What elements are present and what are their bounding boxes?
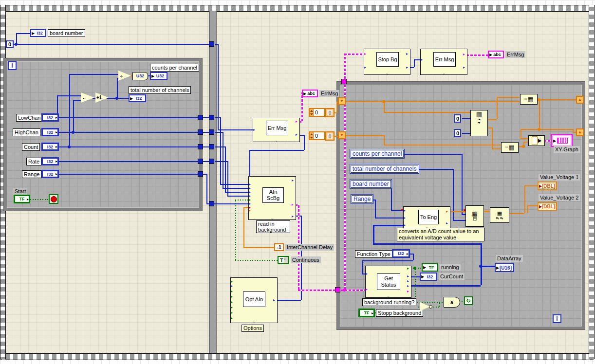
stopp-background-control[interactable]: TF▸: [358, 309, 375, 317]
lowchan-control[interactable]: I32▸: [41, 113, 59, 122]
err-msg-node-mid[interactable]: Err Msg ▸ ▸ ▸ ⌄: [253, 118, 300, 142]
wire: [58, 161, 210, 162]
wire: [218, 44, 219, 129]
rate-control[interactable]: I32▸: [41, 157, 59, 165]
bundle-node[interactable]: ▶: [528, 135, 545, 146]
wire: [69, 74, 70, 147]
output-arrow-icon: ▸: [292, 215, 296, 218]
local-counts-per-channel[interactable]: counts per channel: [350, 149, 405, 159]
loop-condition-terminal-2[interactable]: ↻: [464, 296, 473, 305]
lowchan-label: LowChan: [16, 114, 42, 122]
value-voltage-1-indicator[interactable]: ▶ [DBL]: [538, 182, 557, 190]
continuous-constant[interactable]: T ▸: [278, 256, 289, 264]
err-msg-node-top[interactable]: Err Msg ▸ ▸ ▸ ⌄: [420, 49, 467, 75]
wire-junction: [538, 128, 540, 131]
errmsg-mid-indicator[interactable]: ▶ abc: [302, 90, 318, 97]
wire: [410, 285, 481, 287]
to-u32-conversion[interactable]: U32: [132, 72, 148, 80]
tunnel: [209, 159, 214, 164]
sr-init-constant-2[interactable]: 0: [309, 131, 325, 140]
wire: [362, 260, 413, 261]
sr-init-box-2[interactable]: 0: [325, 131, 335, 141]
board-number-indicator[interactable]: ▶ I32: [30, 29, 46, 37]
opt-ain-node[interactable]: Opt AIn ▸ ▸ ▸ ▸ ▸ ▸ ▸ ▸ ▸ ⌄: [230, 277, 278, 323]
wire: [30, 199, 49, 200]
total-channels-indicator[interactable]: ▶ I32: [129, 94, 146, 102]
errmsg-top-indicator[interactable]: ▶ abc: [488, 51, 504, 58]
value-voltage-2-label: Value_Voltage 2: [539, 194, 580, 201]
wire-junction: [72, 131, 74, 134]
reshape-array-node[interactable]: ▦ ⊟: [465, 205, 484, 227]
loop-condition-terminal[interactable]: [49, 194, 58, 204]
range-control[interactable]: I32▸: [41, 170, 59, 178]
interchannel-delay-constant[interactable]: -1: [274, 243, 284, 251]
local-total-channels[interactable]: total number of channels: [350, 164, 419, 174]
input-arrow-icon: ▸: [364, 52, 368, 56]
control-arrow-icon: ▸: [407, 252, 409, 256]
to-eng-node[interactable]: To Eng ▸ ▸ ▸ ▸ ▸ ⌄: [403, 206, 450, 229]
build-array-node-bottom[interactable]: ▫▫ ▦: [501, 142, 519, 153]
graph-glyph-icon: [557, 138, 568, 144]
sr-init-constant-1[interactable]: 0: [309, 108, 325, 117]
output-arrow-icon: ▸: [446, 221, 450, 225]
wire: [507, 213, 524, 214]
wire: [334, 136, 338, 137]
ain-scbg-node[interactable]: AIn ScBg ▸ ▸ ▸ ▸ ▸ ▸ ▸ ▸ ▸ ▸ ▸ ⌄: [248, 176, 296, 220]
wire: [497, 97, 498, 119]
tunnel: [209, 144, 214, 149]
input-arrow-icon: ▸: [249, 209, 253, 213]
counts-per-channel-indicator[interactable]: ▶ U32: [150, 72, 167, 80]
wire: [524, 185, 525, 213]
curcount-indicator[interactable]: ▶ I32: [420, 273, 437, 281]
count-control[interactable]: I32▸: [41, 143, 59, 151]
xy-graph-indicator[interactable]: ▶: [551, 134, 573, 147]
dataarray-indicator[interactable]: ▶ [U16]: [495, 263, 514, 272]
value-voltage-2-indicator[interactable]: ▶ [DBL]: [538, 202, 557, 211]
build-elements-icon: ▫▫: [524, 97, 527, 101]
input-arrow-icon: ▸: [231, 290, 235, 293]
errmsg-top-label: ErrMsg: [505, 51, 525, 58]
board-number-constant[interactable]: 0: [6, 40, 14, 48]
stop-bg-node[interactable]: Stop Bg ▸ ▸ ▸ ▸ ⌄: [364, 49, 410, 75]
shift-register-right-2[interactable]: ▲: [576, 128, 584, 136]
wire: [206, 174, 207, 204]
xy-graph-label: XY-Graph: [554, 146, 580, 153]
wire: [539, 99, 540, 129]
highchan-control[interactable]: I32▸: [41, 128, 59, 136]
input-arrow-icon: ▸: [231, 295, 235, 299]
control-arrow-icon: ▸: [56, 130, 57, 134]
start-control[interactable]: TF▸: [14, 195, 30, 203]
shift-register-left-1[interactable]: ▼: [338, 97, 346, 105]
boolean-const-arrow-icon: ▸: [284, 257, 288, 263]
wire: [486, 119, 497, 120]
and-gate[interactable]: ∧: [444, 297, 460, 308]
input-arrow-icon: ▸: [366, 288, 370, 291]
local-board-number[interactable]: board number: [350, 179, 392, 189]
local-range[interactable]: Range: [351, 194, 373, 204]
shift-register-right-1[interactable]: ▲: [576, 96, 584, 104]
curcount-label: CurCount: [439, 273, 465, 280]
shift-register-left-2[interactable]: ▼: [338, 131, 346, 139]
wire: [362, 260, 363, 273]
indicator-arrow-icon: ▶: [496, 266, 499, 270]
wire-junction: [413, 267, 416, 270]
control-arrow-icon: ▸: [372, 311, 373, 315]
function-type-control[interactable]: I32▸: [392, 249, 410, 258]
index-constant-0[interactable]: 0: [454, 114, 461, 123]
wire: [375, 200, 376, 218]
highchan-label: HighChan: [13, 128, 40, 136]
index-array-node[interactable]: ▦ ▫▸ ▪▸: [470, 110, 488, 136]
output-arrow-icon: ▸: [273, 298, 277, 302]
get-status-node[interactable]: Get Status ▸ ▸ ▸ ▸ ▸ ▸ ▸ ⌄: [365, 266, 411, 298]
output-arrow-icon: ▸: [407, 284, 411, 288]
wire: [344, 135, 384, 136]
spin-arrows-icon: [310, 109, 314, 116]
tunnel: [198, 115, 203, 120]
transpose-array-node[interactable]: ▦ xᵢⱼ xᵢⱼ: [490, 207, 509, 223]
sr-init-box-1[interactable]: 0: [325, 108, 335, 117]
expand-chevron-icon: ⌄: [252, 319, 256, 324]
index-constant-1[interactable]: 0: [454, 129, 461, 137]
input-arrow-icon: ▸: [231, 284, 235, 288]
build-array-node-top[interactable]: ▫▫ ▦: [520, 94, 538, 105]
running-indicator[interactable]: ▶ TF: [422, 263, 438, 272]
